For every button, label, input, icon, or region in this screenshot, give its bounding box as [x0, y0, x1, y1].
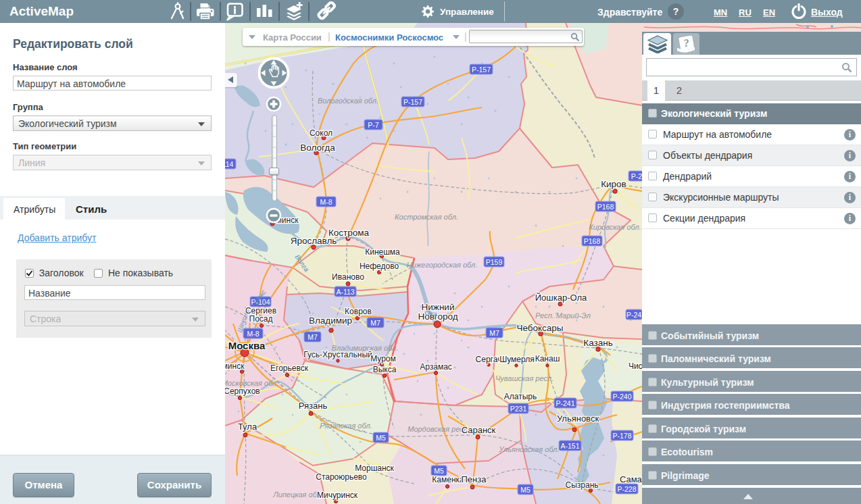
svg-text:Р231: Р231 [510, 405, 527, 413]
svg-text:Казань: Казань [583, 338, 612, 348]
svg-text:Сокол: Сокол [310, 128, 333, 138]
svg-text:Ульяновская обл.: Ульяновская обл. [498, 445, 559, 453]
svg-text:Кировская обл.: Кировская обл. [589, 223, 641, 231]
svg-text:М-8: М-8 [320, 198, 332, 206]
svg-text:Мичуринск: Мичуринск [317, 490, 358, 500]
svg-text:М7: М7 [370, 319, 380, 327]
svg-text:Владимир: Владимир [309, 316, 352, 326]
svg-text:Вологодская обл.: Вологодская обл. [318, 97, 378, 105]
svg-text:Костромская обл.: Костромская обл. [395, 213, 458, 221]
svg-text:М7: М7 [489, 329, 499, 337]
svg-text:А-113: А-113 [336, 288, 354, 296]
svg-text:Мордовская респ.: Мордовская респ. [408, 425, 470, 433]
svg-text:Муром: Муром [370, 354, 396, 363]
svg-text:Р168: Р168 [597, 203, 614, 211]
svg-text:Рязанская обл.: Рязанская обл. [320, 422, 372, 430]
svg-text:Киров: Киров [601, 179, 626, 189]
svg-text:М7: М7 [308, 333, 318, 341]
svg-text:Шумерля: Шумерля [499, 355, 535, 364]
svg-text:Р-178: Р-178 [612, 432, 631, 440]
svg-text:Канаш: Канаш [535, 354, 560, 363]
svg-text:Сызрань: Сызрань [565, 480, 598, 490]
svg-text:Моршанск: Моршанск [355, 463, 394, 473]
svg-text:Сергач: Сергач [476, 355, 502, 364]
svg-text:Чебоксары: Чебоксары [516, 323, 563, 333]
svg-text:Ковров: Ковров [345, 307, 372, 316]
svg-text:Р168: Р168 [584, 237, 601, 245]
svg-text:Нижегородская обл.: Нижегородская обл. [407, 261, 478, 269]
svg-text:Выкса: Выкса [373, 365, 397, 374]
svg-text:Р-241: Р-241 [556, 399, 574, 407]
svg-text:Р-240: Р-240 [612, 393, 631, 401]
svg-text:Р-157: Р-157 [472, 66, 491, 74]
svg-text:А-151: А-151 [560, 442, 579, 450]
svg-text:Москва: Москва [228, 340, 266, 351]
svg-text:Рязань: Рязань [299, 401, 328, 411]
svg-text:Алатырь: Алатырь [504, 392, 537, 401]
svg-text:Вологда: Вологда [300, 143, 335, 153]
svg-text:Новгород: Новгород [418, 311, 458, 322]
svg-text:Гусь-Хрустальный: Гусь-Хрустальный [303, 350, 372, 359]
svg-text:Р-24: Р-24 [626, 311, 641, 319]
svg-text:Р-228: Р-228 [617, 485, 636, 493]
svg-text:Р159: Р159 [486, 258, 503, 266]
svg-text:М-8: М-8 [247, 330, 259, 338]
svg-text:Егорьевск: Егорьевск [270, 363, 309, 373]
svg-text:Чувашская респ.: Чувашская респ. [495, 374, 554, 382]
svg-text:114: 114 [225, 160, 234, 168]
svg-text:М5: М5 [376, 434, 386, 442]
svg-text:минск: минск [225, 361, 245, 371]
svg-text:Ульяновск: Ульяновск [557, 413, 599, 424]
svg-text:Йошкар-Ола: Йошкар-Ола [535, 293, 587, 303]
svg-text:Нефедово: Нефедово [360, 261, 399, 271]
svg-text:Каменка: Каменка [432, 475, 464, 484]
svg-text:Саранск: Саранск [462, 425, 496, 435]
svg-text:Р-2: Р-2 [631, 172, 643, 180]
svg-text:Липецкая обл.: Липецкая обл. [272, 490, 323, 499]
svg-text:Посад: Посад [249, 314, 273, 324]
svg-text:Арзамас: Арзамас [420, 362, 452, 372]
svg-text:Р-157: Р-157 [403, 98, 422, 106]
svg-text:М5: М5 [434, 467, 444, 475]
svg-text:Респ. Марий-Эл: Респ. Марий-Эл [535, 311, 591, 320]
svg-text:Серпухов: Серпухов [225, 386, 260, 396]
svg-text:Иваново: Иваново [332, 272, 364, 282]
svg-text:Пенза: Пенза [462, 474, 487, 484]
svg-text:М5: М5 [520, 486, 531, 494]
svg-text:Р-7: Р-7 [368, 121, 379, 129]
svg-text:Тула: Тула [238, 422, 257, 432]
svg-text:Староюрьево: Староюрьево [316, 472, 367, 482]
svg-text:Ярославль: Ярославль [291, 236, 337, 246]
svg-text:Кинешма: Кинешма [365, 247, 400, 257]
